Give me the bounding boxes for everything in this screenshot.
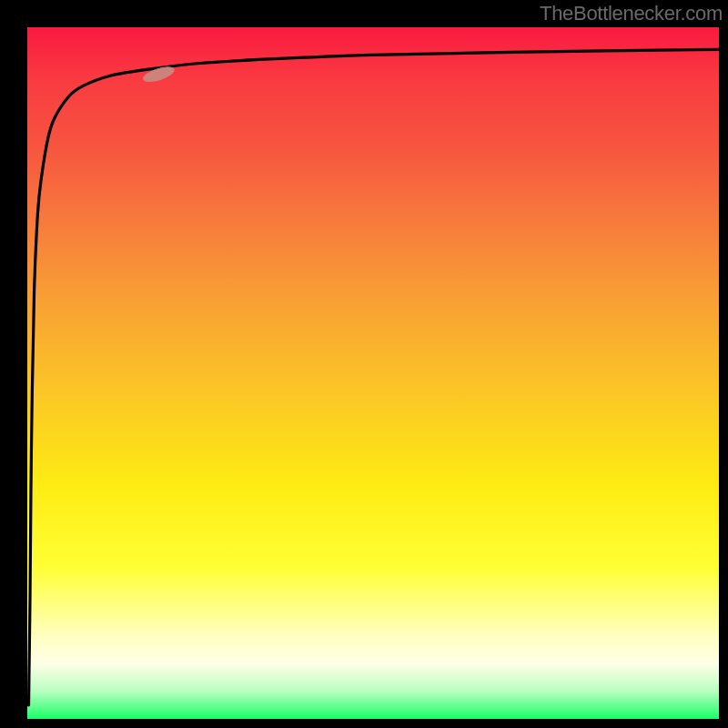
x-axis [0, 719, 728, 728]
y-axis [0, 0, 27, 728]
gradient-background [27, 27, 719, 719]
watermark-text: TheBottlenecker.com [540, 2, 723, 25]
plot-area [27, 27, 719, 719]
chart-container: TheBottlenecker.com [0, 0, 728, 728]
